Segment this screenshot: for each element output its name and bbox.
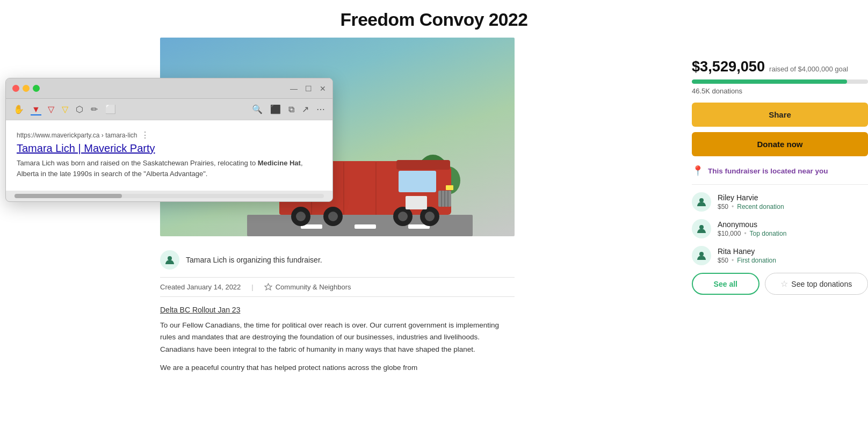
copy-icon[interactable]: ⧉ (287, 104, 295, 115)
share-button[interactable]: Share (692, 103, 868, 127)
donor-meta-2: $10,000 • Top donation (718, 230, 786, 237)
svg-rect-14 (399, 171, 436, 192)
donor-meta-1: $50 • Recent donation (718, 203, 784, 210)
donor-badge-3: First donation (737, 257, 776, 264)
category-icon (264, 283, 272, 291)
search-result-title[interactable]: Tamara Lich | Maverick Party (17, 142, 322, 155)
svg-point-19 (328, 212, 338, 221)
browser-popup: — ☐ ✕ ✋ ▼ ▽ ▽ ⬡ ✏ ⬜ (5, 78, 333, 202)
location-text: This fundraiser is located near you (708, 167, 828, 175)
donor-entry-1: Riley Harvie $50 • Recent donation (692, 192, 868, 212)
donor-badge-1: Recent donation (737, 203, 784, 210)
location-pin-icon: 📍 (692, 165, 704, 177)
donor-avatar-2 (692, 219, 711, 238)
crop-icon[interactable]: ⬜ (104, 103, 117, 115)
svg-point-31 (699, 198, 704, 202)
donor-entry-3: Rita Haney $50 • First donation (692, 246, 868, 265)
highlight-red-icon[interactable]: ▼ (31, 104, 41, 115)
donor-info-1: Riley Harvie $50 • Recent donation (718, 193, 784, 210)
star-icon: ☆ (780, 279, 788, 289)
organizer-text: Tamara Lich is organizing this fundraise… (186, 256, 322, 264)
center-column: — ☐ ✕ ✋ ▼ ▽ ▽ ⬡ ✏ ⬜ (0, 38, 675, 374)
donor-badge-2: Top donation (750, 230, 787, 237)
svg-rect-28 (446, 185, 453, 190)
donor-meta-3: $50 • First donation (718, 257, 776, 264)
progress-bar-bg (692, 79, 868, 84)
dot-sep-3: • (732, 257, 734, 264)
donations-count: 46.5K donations (692, 87, 868, 95)
dot-sep-2: • (744, 230, 746, 237)
meta-divider: | (251, 283, 253, 291)
organizer-icon (160, 250, 179, 270)
see-all-button[interactable]: See all (692, 273, 760, 295)
meta-row: Created January 14, 2022 | Community & N… (160, 277, 515, 297)
minimize-button[interactable]: — (290, 84, 298, 93)
description-para1: To our Fellow Canadians, the time for po… (160, 319, 515, 355)
cursor-icon[interactable]: ✋ (12, 103, 25, 115)
search-result-snippet: Tamara Lich was born and raised on the S… (17, 158, 322, 179)
category-label: Community & Neighbors (276, 283, 351, 291)
toolbar-right-icons: 🔍 ⬛ ⧉ ↗ ⋯ (251, 103, 326, 115)
search-result-url: https://www.maverickparty.ca › tamara-li… (17, 130, 322, 140)
erase-icon[interactable]: ⬡ (75, 103, 84, 115)
pen-icon[interactable]: ✏ (90, 103, 99, 115)
dot-sep-1: • (732, 203, 734, 210)
browser-titlebar: — ☐ ✕ (6, 78, 332, 99)
window-max-dot (33, 85, 40, 92)
zoom-icon[interactable]: 🔍 (251, 103, 264, 115)
see-top-donations-button[interactable]: ☆ See top donations (765, 273, 868, 295)
svg-point-23 (425, 212, 435, 221)
content-below: Tamara Lich is organizing this fundraise… (160, 236, 515, 374)
scrollbar-area[interactable] (6, 194, 332, 201)
share-icon[interactable]: ↗ (301, 103, 310, 115)
result-options-icon[interactable]: ⋮ (141, 130, 149, 140)
sidebar-buttons-row: See all ☆ See top donations (692, 273, 868, 295)
page-wrapper: Freedom Convoy 2022 (0, 0, 868, 443)
location-row: 📍 This fundraiser is located near you (692, 165, 868, 185)
donor-amount-2: $10,000 (718, 230, 741, 237)
layout-icon[interactable]: ⬛ (269, 103, 282, 115)
sidebar: $3,529,050 raised of $4,000,000 goal 46.… (675, 58, 868, 295)
svg-rect-29 (406, 196, 427, 209)
maximize-button[interactable]: ☐ (305, 84, 312, 93)
donor-name-2: Anonymous (718, 220, 786, 229)
progress-bar-fill (692, 79, 847, 84)
close-button[interactable]: ✕ (320, 84, 326, 93)
svg-point-33 (699, 252, 704, 256)
amount-goal: raised of $4,000,000 goal (769, 65, 848, 73)
snippet-bold-1: Medicine Hat (258, 159, 301, 167)
highlight-yellow-icon[interactable]: ▽ (61, 103, 69, 115)
donor-name-3: Rita Haney (718, 247, 776, 256)
created-date: Created January 14, 2022 (160, 283, 241, 291)
see-top-label: See top donations (791, 280, 852, 288)
svg-rect-15 (396, 160, 450, 170)
snippet-prefix: Tamara Lich was born and raised on the S… (17, 159, 258, 167)
donor-avatar-1 (692, 192, 711, 212)
donor-info-3: Rita Haney $50 • First donation (718, 247, 776, 264)
scrollbar-thumb[interactable] (15, 194, 122, 198)
window-min-dot (23, 85, 30, 92)
main-content: — ☐ ✕ ✋ ▼ ▽ ▽ ⬡ ✏ ⬜ (0, 38, 868, 374)
amount-row: $3,529,050 raised of $4,000,000 goal (692, 58, 868, 75)
highlight-small-icon[interactable]: ▽ (47, 103, 55, 115)
donor-info-2: Anonymous $10,000 • Top donation (718, 220, 786, 237)
description-para2: We are a peaceful country that has helpe… (160, 362, 515, 374)
svg-point-30 (168, 256, 172, 260)
amount-raised: $3,529,050 (692, 58, 765, 75)
svg-point-32 (699, 225, 704, 229)
svg-rect-2 (355, 224, 376, 229)
donor-entry-2: Anonymous $10,000 • Top donation (692, 219, 868, 238)
browser-content: https://www.maverickparty.ca › tamara-li… (6, 120, 332, 191)
svg-point-21 (398, 212, 408, 221)
window-close-dot (12, 85, 19, 92)
donate-button[interactable]: Donate now (692, 132, 868, 156)
donor-name-1: Riley Harvie (718, 193, 784, 202)
more-icon[interactable]: ⋯ (315, 103, 326, 115)
donor-avatar-3 (692, 246, 711, 265)
description-link[interactable]: Delta BC Rollout Jan 23 (160, 306, 515, 314)
meta-category: Community & Neighbors (264, 283, 351, 291)
page-title: Freedom Convoy 2022 (341, 0, 528, 38)
organizer-row: Tamara Lich is organizing this fundraise… (160, 246, 515, 277)
donor-amount-3: $50 (718, 257, 728, 264)
browser-toolbar: ✋ ▼ ▽ ▽ ⬡ ✏ ⬜ 🔍 ⬛ ⧉ ↗ ⋯ (6, 99, 332, 120)
